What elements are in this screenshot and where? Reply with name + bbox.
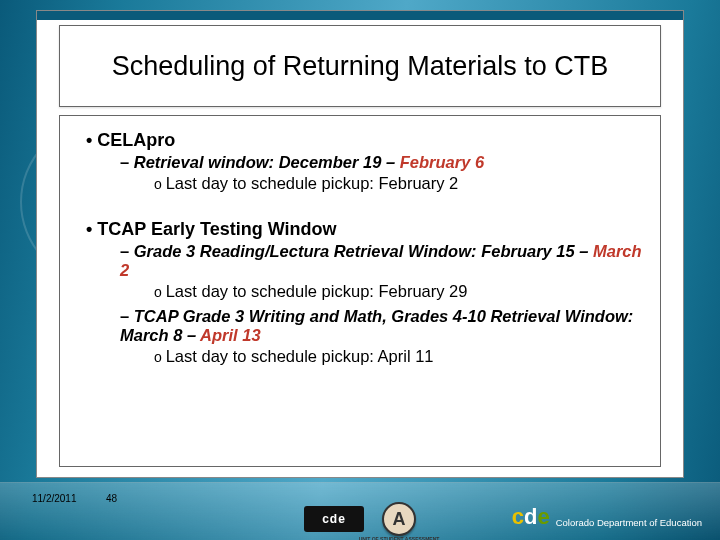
cde-small-logo-icon: cde: [304, 506, 364, 532]
bullet-tcap-label: TCAP Early Testing Window: [97, 219, 336, 239]
assessment-logo-sub: UNIT OF STUDENT ASSESSMENT: [359, 536, 440, 540]
tcap-g3w-start: March 8: [120, 326, 182, 344]
celapro-lastday-text: Last day to schedule pickup: February 2: [166, 174, 459, 192]
spacer: [76, 199, 644, 213]
celapro-rw-prefix: Retrieval window:: [134, 153, 279, 171]
cde-brand: cde Colorado Department of Education: [512, 504, 702, 530]
tcap-g3r-lastday-text: Last day to schedule pickup: February 29: [166, 282, 468, 300]
cde-wordmark-icon: cde: [512, 504, 550, 530]
assessment-logo-letter: A: [393, 509, 406, 530]
celapro-lastday: Last day to schedule pickup: February 2: [154, 174, 644, 193]
footer-bar: 11/2/2011 48 cde A UNIT OF STUDENT ASSES…: [0, 482, 720, 540]
bullet-celapro-label: CELApro: [97, 130, 175, 150]
tcap-g3-reading-window: Grade 3 Reading/Lectura Retrieval Window…: [120, 242, 644, 280]
slide-card: Scheduling of Returning Materials to CTB…: [36, 10, 684, 478]
tcap-g3w-lastday-text: Last day to schedule pickup: April 11: [166, 347, 434, 365]
tcap-g3w-prefix: TCAP Grade 3 Writing and Math, Grades 4-…: [134, 307, 634, 325]
tcap-g3r-sep: –: [575, 242, 593, 260]
tcap-g3w-sep: –: [182, 326, 200, 344]
tcap-g3r-lastday: Last day to schedule pickup: February 29: [154, 282, 644, 301]
slide-top-stripe: [37, 11, 683, 21]
celapro-rw-sep: –: [381, 153, 399, 171]
tcap-g3r-prefix: Grade 3 Reading/Lectura Retrieval Window…: [134, 242, 481, 260]
content-box: CELApro Retrieval window: December 19 – …: [59, 115, 661, 467]
celapro-retrieval-window: Retrieval window: December 19 – February…: [120, 153, 644, 172]
tcap-g3w-lastday: Last day to schedule pickup: April 11: [154, 347, 644, 366]
tcap-g3w-end: April 13: [200, 326, 261, 344]
title-box: Scheduling of Returning Materials to CTB: [59, 25, 661, 107]
celapro-rw-start: December 19: [279, 153, 382, 171]
bullet-tcap: TCAP Early Testing Window: [86, 219, 644, 240]
assessment-unit-logo-icon: A UNIT OF STUDENT ASSESSMENT: [382, 502, 416, 536]
tcap-g3-writing-window: TCAP Grade 3 Writing and Math, Grades 4-…: [120, 307, 644, 345]
celapro-rw-end: February 6: [400, 153, 484, 171]
tcap-g3r-start: February 15: [481, 242, 575, 260]
slide-title: Scheduling of Returning Materials to CTB: [112, 50, 609, 82]
cde-brand-tagline: Colorado Department of Education: [556, 517, 702, 528]
bullet-celapro: CELApro: [86, 130, 644, 151]
